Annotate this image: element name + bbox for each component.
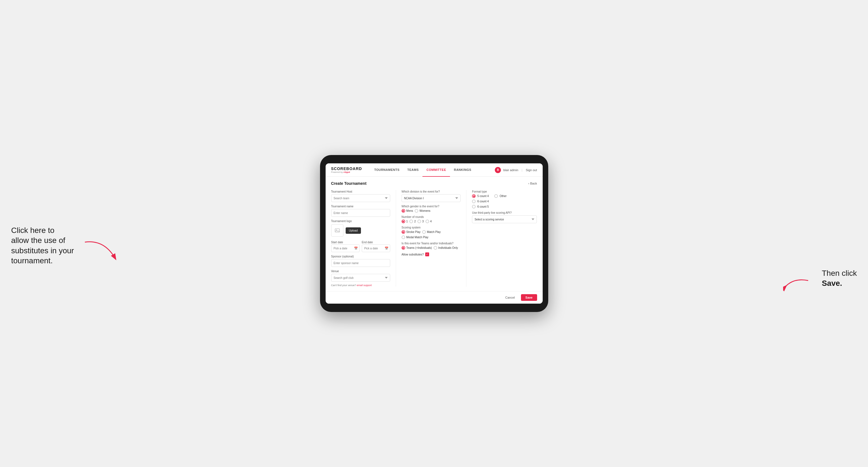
annotation-line4: tournament. xyxy=(11,256,53,265)
nav-tournaments[interactable]: TOURNAMENTS xyxy=(370,163,404,177)
right-arrow-icon xyxy=(783,275,811,292)
teams-group: Is this event for Teams and/or Individua… xyxy=(402,242,461,250)
round2-radio[interactable] xyxy=(409,220,413,223)
api-label: Use third-party live scoring API? xyxy=(472,211,537,214)
sponsor-group: Sponsor (optional) xyxy=(331,255,390,267)
logo-area: SCOREBOARD Powered by clippd xyxy=(331,166,362,174)
format-other[interactable]: Other xyxy=(494,194,506,198)
teams-radio-group: Teams (+Individuals) Individuals Only xyxy=(402,246,461,250)
format-options: 5 count 4 Other 6 count 4 xyxy=(472,194,537,209)
name-label: Tournament name xyxy=(331,205,390,208)
annotation-right-line1: Then click xyxy=(822,269,857,278)
back-link[interactable]: Back xyxy=(528,182,537,185)
tablet-screen: SCOREBOARD Powered by clippd TOURNAMENTS… xyxy=(326,163,543,304)
right-annotation: Then click Save. xyxy=(822,268,857,289)
end-date-label: End date xyxy=(362,241,373,244)
email-support-link[interactable]: email support xyxy=(357,284,372,287)
format-6count5-radio[interactable] xyxy=(472,205,475,209)
gender-womens[interactable]: Womens xyxy=(415,209,430,213)
cancel-button[interactable]: Cancel xyxy=(502,294,518,301)
venue-help: Can't find your venue? email support xyxy=(331,284,390,287)
medal-radio[interactable] xyxy=(402,236,405,239)
upload-button[interactable]: Upload xyxy=(346,227,361,234)
format-5count4[interactable]: 5 count 4 xyxy=(472,194,489,198)
image-icon xyxy=(335,228,340,233)
page-wrapper: Click here to allow the use of substitut… xyxy=(11,155,857,312)
logo-powered: Powered by clippd xyxy=(331,171,362,174)
save-button[interactable]: Save xyxy=(521,294,537,301)
format-other-radio[interactable] xyxy=(494,194,498,198)
left-arrow-icon xyxy=(82,237,121,270)
start-date-label: Start date xyxy=(331,241,343,244)
sponsor-input[interactable] xyxy=(331,259,390,267)
host-label: Tournament Host xyxy=(331,190,390,193)
start-date-group: Start date 📅 xyxy=(331,239,360,252)
nav-teams[interactable]: TEAMS xyxy=(403,163,423,177)
nav-links: TOURNAMENTS TEAMS COMMITTEE RANKINGS xyxy=(370,163,495,177)
scoring-stroke[interactable]: Stroke Play xyxy=(402,230,421,234)
format-6count4-radio[interactable] xyxy=(472,199,475,203)
form-layout: Tournament Host Tournament name Tourname… xyxy=(331,190,537,287)
scoring-group: Scoring system Stroke Play Match Play xyxy=(402,226,461,239)
teams-plus-individuals[interactable]: Teams (+Individuals) xyxy=(402,246,432,250)
logo-scoreboard: SCOREBOARD xyxy=(331,166,362,171)
venue-label: Venue xyxy=(331,270,390,273)
scoring-medal[interactable]: Medal Match Play xyxy=(402,236,428,239)
tablet-device: SCOREBOARD Powered by clippd TOURNAMENTS… xyxy=(320,155,548,312)
format-group: Format type 5 count 4 Other xyxy=(472,190,537,209)
round1-radio[interactable] xyxy=(402,220,405,223)
logo-placeholder xyxy=(331,224,343,237)
host-input[interactable] xyxy=(331,194,390,202)
division-select[interactable]: NCAA Division I xyxy=(402,194,461,202)
womens-radio[interactable] xyxy=(415,209,418,213)
gender-mens[interactable]: Mens xyxy=(402,209,413,213)
round-2[interactable]: 2 xyxy=(409,220,416,223)
logo-upload-area: Upload xyxy=(331,224,390,237)
format-6count5[interactable]: 6 count 5 xyxy=(472,205,537,209)
substitutes-label: Allow substitutes? xyxy=(402,253,424,256)
page-footer: Cancel Save xyxy=(326,291,543,304)
scoring-label: Scoring system xyxy=(402,226,461,229)
round3-radio[interactable] xyxy=(417,220,421,223)
form-col-1: Tournament Host Tournament name Tourname… xyxy=(331,190,396,287)
logo-group: Tournament logo Upload xyxy=(331,220,390,237)
format-label: Format type xyxy=(472,190,537,193)
substitutes-checkbox-item[interactable]: Allow substitutes? ✓ xyxy=(402,252,461,256)
match-radio[interactable] xyxy=(422,230,426,234)
format-6count4[interactable]: 6 count 4 xyxy=(472,199,537,203)
mens-radio[interactable] xyxy=(402,209,405,213)
substitutes-checkbox[interactable]: ✓ xyxy=(425,252,429,256)
nav-committee[interactable]: COMMITTEE xyxy=(423,163,450,177)
round-1[interactable]: 1 xyxy=(402,220,408,223)
user-name: blair admin xyxy=(503,168,518,172)
format-5count4-radio[interactable] xyxy=(472,194,475,198)
sign-out-link[interactable]: Sign out xyxy=(526,168,537,172)
nav-rankings[interactable]: RANKINGS xyxy=(450,163,475,177)
division-label: Which division is the event for? xyxy=(402,190,461,193)
teams-radio[interactable] xyxy=(402,246,405,250)
name-input[interactable] xyxy=(331,209,390,217)
round4-radio[interactable] xyxy=(426,220,429,223)
annotation-right-line2: Save. xyxy=(822,279,842,287)
division-group: Which division is the event for? NCAA Di… xyxy=(402,190,461,202)
round-4[interactable]: 4 xyxy=(426,220,432,223)
nav-divider: | xyxy=(522,168,522,172)
form-col-2: Which division is the event for? NCAA Di… xyxy=(402,190,466,287)
annotation-line3: substitutes in your xyxy=(11,246,74,255)
round-3[interactable]: 3 xyxy=(417,220,424,223)
individuals-only[interactable]: Individuals Only xyxy=(434,246,458,250)
teams-label: Is this event for Teams and/or Individua… xyxy=(402,242,461,245)
page-content: Create Tournament Back Tournament Host T… xyxy=(326,177,543,291)
form-col-3: Format type 5 count 4 Other xyxy=(472,190,537,287)
stroke-radio[interactable] xyxy=(402,230,405,234)
scoring-match[interactable]: Match Play xyxy=(422,230,440,234)
page-title: Create Tournament xyxy=(331,181,367,186)
gender-label: Which gender is the event for? xyxy=(402,205,461,208)
host-group: Tournament Host xyxy=(331,190,390,202)
venue-input[interactable] xyxy=(331,274,390,282)
individuals-radio[interactable] xyxy=(434,246,437,250)
gender-group: Which gender is the event for? Mens Wome… xyxy=(402,205,461,213)
name-group: Tournament name xyxy=(331,205,390,217)
api-select[interactable]: Select a scoring service xyxy=(472,215,537,223)
start-date-wrap: 📅 xyxy=(331,244,360,252)
